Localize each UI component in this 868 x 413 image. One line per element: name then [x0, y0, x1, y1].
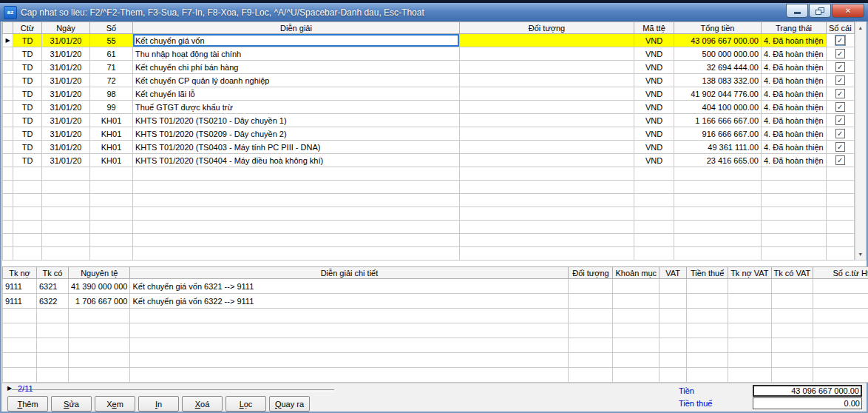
scroll-down-button[interactable]: ▼: [855, 249, 866, 260]
cell-dien-giai[interactable]: KHTS T01/2020 (TS0403 - Máy tính PC PIII…: [133, 141, 460, 154]
cell-nguyen-te[interactable]: 1 706 667 000: [69, 294, 130, 309]
cell-tk-co-vat[interactable]: [771, 279, 813, 294]
scroll-up-button[interactable]: ▲: [855, 22, 866, 33]
cell-ma-tte[interactable]: VND: [634, 47, 674, 61]
cell-trang-thai[interactable]: 4. Đã hoàn thiện: [762, 74, 827, 87]
cell-tien-thue[interactable]: [687, 279, 728, 294]
cell-doi-tuong[interactable]: [569, 294, 613, 309]
cell-so[interactable]: 99: [90, 101, 133, 114]
cell-tk-no-vat[interactable]: [728, 294, 771, 309]
cell-ngay[interactable]: 31/01/20: [42, 87, 90, 101]
cell-ctu[interactable]: TD: [13, 127, 42, 141]
xoa-button[interactable]: Xoá: [182, 396, 223, 412]
cell-dien-giai[interactable]: KHTS T01/2020 (TS0404 - Máy điều hoà khô…: [133, 154, 460, 167]
cell-so[interactable]: 61: [90, 47, 133, 61]
cell-ma-tte[interactable]: VND: [634, 114, 674, 127]
cell-tk-co[interactable]: 6322: [37, 294, 69, 309]
cell-tong-tien[interactable]: 500 000 000.00: [674, 47, 762, 61]
cell-dien-giai-focused[interactable]: Kết chuyển giá vốn: [133, 34, 460, 47]
cell-tien-thue[interactable]: [687, 294, 728, 309]
cell-ctu[interactable]: TD: [13, 114, 42, 127]
ledger-checkbox[interactable]: ✓: [835, 155, 845, 165]
cell-so[interactable]: KH01: [90, 141, 133, 154]
cell-khoan-muc[interactable]: [613, 279, 660, 294]
cell-trang-thai[interactable]: 4. Đã hoàn thiện: [762, 141, 827, 154]
row-marker-cell[interactable]: [3, 47, 13, 61]
cell-dien-giai[interactable]: Thuế GTGT được khấu trừ: [133, 101, 460, 114]
cell-ngay[interactable]: 31/01/20: [42, 127, 90, 141]
cell-ngay[interactable]: 31/01/20: [42, 114, 90, 127]
table-row[interactable]: TD31/01/2098Kết chuyển lãi lỗVND41 902 0…: [3, 87, 855, 101]
cell-dien-giai[interactable]: Kết chuyển lãi lỗ: [133, 87, 460, 101]
cell-tk-no[interactable]: 9111: [3, 279, 37, 294]
cell-dien-giai[interactable]: Thu nhập hoạt động tài chính: [133, 47, 460, 61]
cell-so[interactable]: 55: [90, 34, 133, 47]
cell-ctu[interactable]: TD: [13, 87, 42, 101]
cell-dien-giai-chi-tiet[interactable]: Kết chuyển giá vốn 6322 --> 9111: [130, 294, 569, 309]
cell-khoan-muc[interactable]: [613, 294, 660, 309]
cell-doi-tuong[interactable]: [460, 61, 634, 74]
minimize-button[interactable]: [786, 4, 808, 18]
table-row[interactable]: TD31/01/2072Kết chuyển CP quản lý doanh …: [3, 74, 855, 87]
cell-ctu[interactable]: TD: [13, 74, 42, 87]
cell-so[interactable]: KH01: [90, 127, 133, 141]
cell-trang-thai[interactable]: 4. Đã hoàn thiện: [762, 114, 827, 127]
tien-value-field[interactable]: 43 096 667 000.00: [753, 385, 862, 397]
row-marker-cell[interactable]: ▶: [3, 34, 13, 47]
cell-dien-giai[interactable]: KHTS T01/2020 (TS0209 - Dây chuyền 2): [133, 127, 460, 141]
cell-tk-no-vat[interactable]: [728, 279, 771, 294]
cell-so-cai[interactable]: ✓: [827, 61, 855, 74]
cell-dien-giai-chi-tiet[interactable]: Kết chuyển giá vốn 6321 --> 9111: [130, 279, 569, 294]
in-button[interactable]: In: [138, 396, 179, 412]
row-marker-cell[interactable]: [3, 101, 13, 114]
cell-tk-co-vat[interactable]: [771, 294, 813, 309]
cell-trang-thai[interactable]: 4. Đã hoàn thiện: [762, 127, 827, 141]
cell-tong-tien[interactable]: 49 361 111.00: [674, 141, 762, 154]
cell-ngay[interactable]: 31/01/20: [42, 47, 90, 61]
row-marker-cell[interactable]: [3, 154, 13, 167]
row-marker-cell[interactable]: [3, 114, 13, 127]
cell-so-cai[interactable]: ✓: [827, 74, 855, 87]
cell-so-cai[interactable]: ✓: [827, 101, 855, 114]
restore-button[interactable]: [809, 4, 831, 18]
cell-ma-tte[interactable]: VND: [634, 101, 674, 114]
loc-button[interactable]: Lọc: [226, 396, 266, 412]
row-marker-cell[interactable]: [3, 141, 13, 154]
row-marker-cell[interactable]: [3, 127, 13, 141]
cell-trang-thai[interactable]: 4. Đã hoàn thiện: [762, 47, 827, 61]
cell-ngay[interactable]: 31/01/20: [42, 154, 90, 167]
cell-tong-tien[interactable]: 404 100 000.00: [674, 101, 762, 114]
cell-ma-tte[interactable]: VND: [634, 141, 674, 154]
cell-so[interactable]: KH01: [90, 114, 133, 127]
cell-so-ctu-htt[interactable]: [813, 279, 868, 294]
cell-ngay[interactable]: 31/01/20: [42, 61, 90, 74]
cell-vat[interactable]: [660, 279, 687, 294]
table-row[interactable]: 911163221 706 667 000Kết chuyển giá vốn …: [3, 294, 868, 309]
cell-tong-tien[interactable]: 138 083 332.00: [674, 74, 762, 87]
table-row[interactable]: 9111632141 390 000 000Kết chuyển giá vốn…: [3, 279, 868, 294]
cell-so[interactable]: 71: [90, 61, 133, 74]
ledger-checkbox[interactable]: ✓: [835, 49, 845, 58]
ledger-checkbox[interactable]: ✓: [835, 129, 845, 138]
cell-ctu[interactable]: TD: [13, 101, 42, 114]
table-row[interactable]: TD31/01/20KH01KHTS T01/2020 (TS0403 - Má…: [3, 141, 855, 154]
cell-doi-tuong[interactable]: [460, 34, 634, 47]
cell-dien-giai[interactable]: Kết chuyển chi phí bán hàng: [133, 61, 460, 74]
titlebar[interactable]: az Cap nhat so lieu: F2/^F2-Them, F3-Sua…: [0, 3, 868, 21]
table-row[interactable]: TD31/01/20KH01KHTS T01/2020 (TS0209 - Dâ…: [3, 127, 855, 141]
cell-doi-tuong[interactable]: [460, 114, 634, 127]
cell-doi-tuong[interactable]: [460, 101, 634, 114]
row-marker-cell[interactable]: [3, 61, 13, 74]
cell-ma-tte[interactable]: VND: [634, 74, 674, 87]
cell-ctu[interactable]: TD: [13, 61, 42, 74]
ledger-checkbox[interactable]: ✓: [835, 36, 845, 45]
cell-ctu[interactable]: TD: [13, 34, 42, 47]
cell-trang-thai[interactable]: 4. Đã hoàn thiện: [762, 101, 827, 114]
cell-ngay[interactable]: 31/01/20: [42, 101, 90, 114]
cell-ctu[interactable]: TD: [13, 141, 42, 154]
xem-button[interactable]: Xem: [95, 396, 135, 412]
table-row[interactable]: TD31/01/2061Thu nhập hoạt động tài chính…: [3, 47, 855, 61]
cell-vat[interactable]: [660, 294, 687, 309]
tien-thue-value-field[interactable]: 0.00: [753, 397, 862, 409]
cell-doi-tuong[interactable]: [460, 127, 634, 141]
